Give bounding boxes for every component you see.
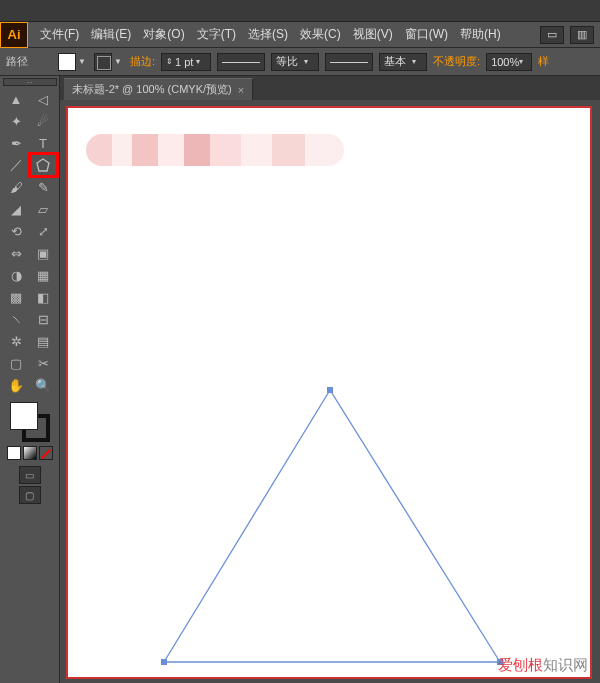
panel-grip[interactable] [3, 78, 57, 86]
svg-marker-1 [164, 390, 500, 662]
blend-tool[interactable]: ⊟ [30, 308, 57, 330]
canvas-viewport[interactable] [60, 100, 600, 683]
control-bar: 路径 ▼ ▼ 描边: ⇕ 1 pt ▾ 等比 ▾ 基本 ▾ 不透明度: 100%… [0, 48, 600, 76]
menu-select[interactable]: 选择(S) [242, 22, 294, 48]
selection-tool[interactable]: ▲ [3, 88, 30, 110]
screen-mode-col: ▭ ▢ [19, 466, 41, 504]
screen-mode[interactable]: ▢ [19, 486, 41, 504]
chevron-down-icon[interactable]: ▾ [412, 57, 422, 66]
chevron-down-icon[interactable]: ▼ [78, 57, 88, 66]
stroke-profile-preview[interactable] [217, 53, 265, 71]
fill-swatch-group[interactable]: ▼ [58, 53, 88, 71]
style-label-partial[interactable]: 样 [538, 54, 549, 69]
blob-brush-tool[interactable]: ◢ [3, 198, 30, 220]
menu-right-controls: ▭ ▥ [540, 26, 600, 44]
menu-bar: Ai 文件(F) 编辑(E) 对象(O) 文字(T) 选择(S) 效果(C) 视… [0, 22, 600, 48]
opacity-label[interactable]: 不透明度: [433, 54, 480, 69]
scale-tool[interactable]: ⤢ [30, 220, 57, 242]
pencil-tool[interactable]: ✎ [30, 176, 57, 198]
free-transform-tool[interactable]: ▣ [30, 242, 57, 264]
pen-tool[interactable]: ✒ [3, 132, 30, 154]
title-bar [0, 0, 600, 22]
chevron-down-icon[interactable]: ▾ [196, 57, 206, 66]
fill-swatch[interactable] [58, 53, 76, 71]
watermark: 爱刨根知识网 [498, 656, 588, 675]
menu-object[interactable]: 对象(O) [137, 22, 190, 48]
chevron-down-icon[interactable]: ▾ [304, 57, 314, 66]
color-mode-row [7, 446, 53, 460]
eraser-tool[interactable]: ▱ [30, 198, 57, 220]
panel-icon[interactable]: ▥ [570, 26, 594, 44]
main-area: ▲ ◁ ✦ ☄ ✒ T ／ 🖌 ✎ ◢ ▱ ⟲ ⤢ ⇔ ▣ ◑ ▦ ▩ ◧ ⟍ … [0, 76, 600, 683]
color-mode-gradient[interactable] [23, 446, 37, 460]
chevron-down-icon[interactable]: ▾ [519, 57, 527, 66]
brush-select[interactable]: 基本 ▾ [379, 53, 427, 71]
document-tab[interactable]: 未标题-2* @ 100% (CMYK/预览) × [64, 78, 253, 100]
svg-rect-3 [161, 659, 167, 665]
menu-type[interactable]: 文字(T) [191, 22, 242, 48]
triangle-path[interactable] [158, 386, 518, 683]
artboard-tool[interactable]: ▢ [3, 352, 30, 374]
eyedropper-tool[interactable]: ⟍ [3, 308, 30, 330]
menu-edit[interactable]: 编辑(E) [85, 22, 137, 48]
menu-window[interactable]: 窗口(W) [399, 22, 454, 48]
slice-tool[interactable]: ✂ [30, 352, 57, 374]
symbol-sprayer-tool[interactable]: ✲ [3, 330, 30, 352]
polygon-tool[interactable] [30, 154, 57, 176]
canvas-area: 未标题-2* @ 100% (CMYK/预览) × [60, 76, 600, 683]
shape-builder-tool[interactable]: ◑ [3, 264, 30, 286]
stroke-swatch-group[interactable]: ▼ [94, 53, 124, 71]
zoom-tool[interactable]: 🔍 [30, 374, 57, 396]
gradient-tool[interactable]: ◧ [30, 286, 57, 308]
rotate-tool[interactable]: ⟲ [3, 220, 30, 242]
document-tabs: 未标题-2* @ 100% (CMYK/预览) × [60, 76, 600, 100]
fill-stroke-indicator[interactable] [10, 402, 50, 442]
direct-selection-tool[interactable]: ◁ [30, 88, 57, 110]
artboard[interactable] [66, 106, 592, 679]
perspective-tool[interactable]: ▦ [30, 264, 57, 286]
menu-effect[interactable]: 效果(C) [294, 22, 347, 48]
menu-help[interactable]: 帮助(H) [454, 22, 507, 48]
line-tool[interactable]: ／ [3, 154, 30, 176]
stroke-label[interactable]: 描边: [130, 54, 155, 69]
svg-marker-0 [37, 159, 49, 171]
document-tab-title: 未标题-2* @ 100% (CMYK/预览) [72, 82, 232, 97]
width-tool[interactable]: ⇔ [3, 242, 30, 264]
color-mode-none[interactable] [39, 446, 53, 460]
type-tool[interactable]: T [30, 132, 57, 154]
watermark-brand-red: 爱刨根 [498, 656, 543, 673]
close-icon[interactable]: × [238, 84, 244, 96]
context-label: 路径 [6, 54, 28, 69]
opacity-input[interactable]: 100% ▾ [486, 53, 532, 71]
fill-color-box[interactable] [10, 402, 38, 430]
tool-grid: ▲ ◁ ✦ ☄ ✒ T ／ 🖌 ✎ ◢ ▱ ⟲ ⤢ ⇔ ▣ ◑ ▦ ▩ ◧ ⟍ … [3, 88, 57, 396]
paintbrush-tool[interactable]: 🖌 [3, 176, 30, 198]
mesh-tool[interactable]: ▩ [3, 286, 30, 308]
watermark-brand-gray: 知识网 [543, 656, 588, 673]
color-mode-solid[interactable] [7, 446, 21, 460]
lasso-tool[interactable]: ☄ [30, 110, 57, 132]
brush-preview[interactable] [325, 53, 373, 71]
menu-view[interactable]: 视图(V) [347, 22, 399, 48]
chevron-down-icon[interactable]: ▼ [114, 57, 124, 66]
menu-file[interactable]: 文件(F) [34, 22, 85, 48]
svg-rect-2 [327, 387, 333, 393]
tool-panel: ▲ ◁ ✦ ☄ ✒ T ／ 🖌 ✎ ◢ ▱ ⟲ ⤢ ⇔ ▣ ◑ ▦ ▩ ◧ ⟍ … [0, 76, 60, 683]
stroke-weight-value: 1 pt [175, 56, 193, 68]
stroke-swatch[interactable] [94, 53, 112, 71]
redacted-bar [86, 134, 344, 166]
draw-mode-normal[interactable]: ▭ [19, 466, 41, 484]
profile-select[interactable]: 等比 ▾ [271, 53, 319, 71]
hand-tool[interactable]: ✋ [3, 374, 30, 396]
graph-tool[interactable]: ▤ [30, 330, 57, 352]
stroke-weight-input[interactable]: ⇕ 1 pt ▾ [161, 53, 211, 71]
app-logo: Ai [0, 22, 28, 48]
magic-wand-tool[interactable]: ✦ [3, 110, 30, 132]
layout-icon[interactable]: ▭ [540, 26, 564, 44]
